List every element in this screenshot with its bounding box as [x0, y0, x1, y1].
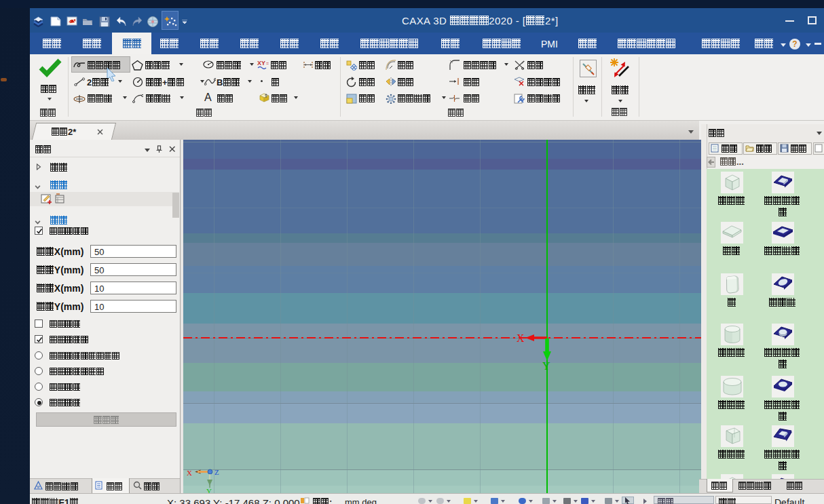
svg-text:Y: Y: [542, 360, 550, 372]
svg-text:X: X: [187, 469, 192, 477]
svg-text:X: X: [517, 332, 525, 344]
svg-text:XY: XY: [257, 60, 265, 66]
svg-text:=: =: [266, 61, 269, 66]
svg-text:Z: Z: [214, 468, 219, 476]
